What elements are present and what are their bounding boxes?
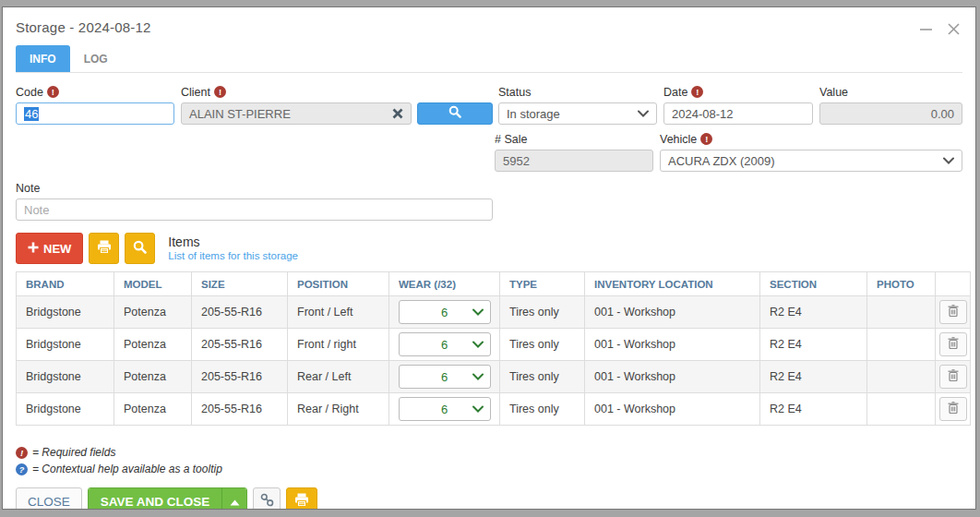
trash-icon [948, 337, 959, 352]
tab-bar: INFO LOG [16, 45, 962, 73]
col-type: TYPE [500, 272, 585, 296]
client-label: Client [181, 86, 210, 99]
table-row: Bridgstone Potenza 205-55-R16 Rear / Rig… [17, 393, 971, 426]
cell-brand: Bridgstone [17, 393, 114, 426]
status-value: In storage [507, 107, 638, 121]
status-select[interactable]: In storage [498, 102, 657, 125]
chevron-down-icon [472, 405, 484, 413]
table-row: Bridgstone Potenza 205-55-R16 Rear / Lef… [17, 361, 971, 393]
chevron-down-icon [472, 308, 484, 316]
required-icon: ! [691, 86, 703, 98]
client-value: ALAIN ST-PIERRE [189, 107, 291, 121]
col-photo: PHOTO [867, 272, 936, 296]
search-icon [448, 105, 461, 122]
col-section: SECTION [760, 272, 867, 296]
delete-item-button[interactable] [939, 300, 967, 324]
legend-help: ? = Contextual help available as a toolt… [16, 461, 962, 477]
cell-size: 205-55-R16 [192, 361, 288, 393]
add-item-label: NEW [43, 242, 71, 256]
value-value: 0.00 [931, 107, 954, 121]
vehicle-select[interactable]: ACURA ZDX (2009) [660, 150, 962, 172]
cell-location: 001 - Workshop [585, 296, 760, 329]
wear-value: 6 [441, 338, 448, 352]
clear-client-icon[interactable] [392, 108, 403, 119]
cell-location: 001 - Workshop [585, 393, 760, 426]
minimize-icon[interactable] [919, 22, 933, 36]
cell-location: 001 - Workshop [585, 329, 760, 361]
wear-select[interactable]: 6 [399, 332, 491, 356]
cell-size: 205-55-R16 [192, 329, 288, 361]
plus-icon [28, 242, 39, 256]
cell-section: R2 E4 [760, 296, 867, 329]
vehicle-value: ACURA ZDX (2009) [668, 154, 943, 168]
page-title: Storage - 2024-08-12 [16, 19, 962, 35]
client-input[interactable]: ALAIN ST-PIERRE [181, 102, 412, 125]
delete-item-button[interactable] [939, 397, 967, 421]
cell-position: Rear / Left [288, 361, 389, 393]
save-and-close-label: SAVE AND CLOSE [89, 488, 222, 509]
cell-size: 205-55-R16 [192, 393, 288, 426]
search-items-button[interactable] [125, 233, 155, 264]
copy-link-button[interactable] [253, 487, 281, 509]
cell-photo [867, 329, 936, 361]
chevron-down-icon [943, 157, 954, 164]
legend-required: ! = Required fields [16, 444, 962, 461]
cell-section: R2 E4 [760, 361, 867, 393]
wear-value: 6 [441, 370, 448, 384]
cell-brand: Bridgstone [17, 329, 114, 361]
cell-position: Front / Left [288, 296, 389, 329]
value-label: Value [819, 86, 848, 99]
cell-brand: Bridgstone [17, 296, 114, 329]
col-brand: BRAND [17, 272, 114, 296]
cell-size: 205-55-R16 [192, 296, 288, 329]
caret-up-icon [230, 493, 240, 509]
cell-type: Tires only [500, 329, 585, 361]
wear-select[interactable]: 6 [399, 300, 491, 324]
chevron-down-icon [472, 373, 484, 380]
value-input: 0.00 [819, 102, 962, 125]
legend-required-text: = Required fields [32, 446, 115, 459]
note-input[interactable] [16, 198, 493, 221]
col-inventory-location: INVENTORY LOCATION [585, 272, 760, 296]
save-options-toggle[interactable] [221, 488, 246, 509]
close-icon[interactable] [947, 22, 961, 36]
printer-icon [294, 493, 309, 510]
cell-type: Tires only [500, 296, 585, 329]
close-button[interactable]: CLOSE [16, 487, 82, 509]
date-label: Date [663, 86, 687, 99]
code-input[interactable]: 46 [16, 102, 174, 125]
client-search-button[interactable] [417, 102, 493, 125]
date-input[interactable]: 2024-08-12 [663, 102, 813, 125]
print-items-button[interactable] [89, 233, 119, 264]
delete-item-button[interactable] [939, 332, 967, 356]
delete-item-button[interactable] [939, 365, 967, 389]
required-icon: ! [214, 86, 226, 98]
save-and-close-button[interactable]: SAVE AND CLOSE [88, 487, 248, 509]
add-item-button[interactable]: NEW [16, 233, 83, 264]
wear-select[interactable]: 6 [399, 365, 491, 389]
required-icon: ! [700, 133, 712, 145]
cell-model: Potenza [114, 296, 192, 329]
items-title: Items [168, 234, 298, 249]
wear-value: 6 [441, 403, 448, 416]
wear-value: 6 [441, 306, 448, 319]
chevron-down-icon [638, 110, 649, 117]
tab-info[interactable]: INFO [16, 45, 70, 72]
cell-location: 001 - Workshop [585, 361, 760, 393]
print-button[interactable] [286, 487, 317, 509]
required-icon: ! [16, 447, 28, 459]
tab-log[interactable]: LOG [70, 45, 122, 72]
cell-model: Potenza [114, 361, 192, 393]
trash-icon [948, 402, 959, 416]
code-value: 46 [24, 107, 39, 121]
required-icon: ! [47, 86, 59, 98]
cell-model: Potenza [114, 393, 192, 426]
trash-icon [948, 305, 959, 319]
wear-select[interactable]: 6 [399, 397, 491, 421]
cell-position: Front / right [288, 329, 389, 361]
cell-type: Tires only [500, 361, 585, 393]
chevron-down-icon [472, 341, 484, 348]
sale-input: 5952 [495, 150, 653, 172]
note-label: Note [16, 182, 40, 195]
search-icon [133, 240, 147, 258]
